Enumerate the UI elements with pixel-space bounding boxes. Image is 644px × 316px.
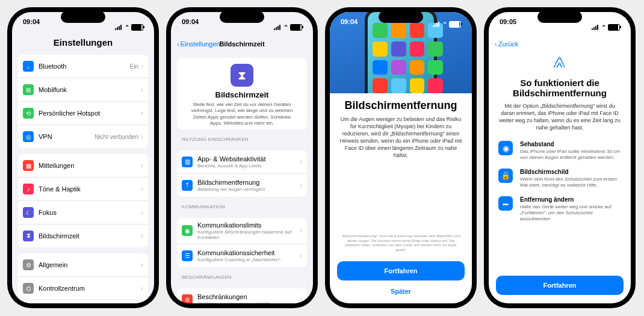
time: 09:04 [23,18,40,36]
continue-button[interactable]: Fortfahren [337,261,465,280]
settings-row[interactable]: AAnzeige & Helligkeit› [18,300,148,303]
fine-print: „Bildschirmentfernung" misst die Entfern… [330,229,472,258]
row-app-activity[interactable]: ▥App- & WebsiteaktivitätBerichte, Auszei… [177,150,307,174]
row-icon: ⟲ [23,108,34,119]
chevron-right-icon: › [141,284,143,293]
row-icon: ☾ [23,207,34,218]
notch [537,11,582,23]
eye-icon: ◉ [498,141,513,155]
body: Um die Augen weniger zu belasten und das… [330,116,472,160]
hero-card: ⧗ Bildschirmzeit Stelle fest, wie viel Z… [177,58,307,129]
section-header: KOMMUNIKATION [177,197,307,212]
chevron-right-icon: › [141,85,143,94]
phone-1-settings: 09:04 ⌃ Einstellungen ⌵BluetoothEin›⊞Mob… [7,7,159,308]
row-label: VPN [39,133,94,140]
row-label: Bluetooth [39,63,130,70]
row-label: Allgemein [39,261,141,268]
row-label: Kontrollzentrum [39,285,141,292]
bubble-icon: ☰ [182,250,193,261]
hero-desc: Stelle fest, wie viel Zeit du vor deinen… [187,102,297,127]
row-screen-distance[interactable]: ⇡BildschirmentfernungBelastung der Augen… [177,174,307,197]
row-value: Nicht verbunden [94,134,138,140]
chevron-right-icon: › [141,132,143,141]
settings-row[interactable]: ⊞Mobilfunk› [18,78,148,102]
settings-list[interactable]: ⌵BluetoothEin›⊞Mobilfunk›⟲Persönlicher H… [12,49,154,303]
nav-bar: ‹ Zurück [489,36,631,52]
chevron-right-icon: › [141,232,143,240]
chevron-right-icon: › [300,158,302,166]
phone-2-screentime: 09:04 ⌃ ‹ Einstellungen Bildschirmzeit ⧗… [166,7,318,308]
phone-3-distance-intro: 09:04 ⌃ Bildschirmentfernung Um die Auge… [325,7,477,308]
row-comm-safety[interactable]: ☰KommunikationssicherheitKonfiguriere Co… [177,244,307,267]
hero-title: Bildschirmzeit [187,90,297,99]
signal-icon [115,25,123,30]
row-icon: ⊞ [23,84,34,95]
time: 09:05 [500,18,516,36]
notch [379,11,423,23]
continue-button[interactable]: Fortfahren [496,276,624,295]
settings-row[interactable]: ▦Mitteilungen› [18,154,148,178]
feature-distance: ◉ SehabstandDas iPhone oder iPad sollte … [489,137,631,165]
settings-row[interactable]: ⌵BluetoothEin› [18,55,148,78]
row-label: Mobilfunk [39,86,141,93]
chevron-right-icon: › [141,62,143,70]
row-icon: ⌬ [23,283,34,294]
waves-icon: ⇡ [182,180,193,191]
row-label: Bildschirmzeit [39,232,141,240]
chevron-right-icon: › [141,185,143,193]
settings-row[interactable]: ♪Töne & Haptik› [18,178,148,201]
body: Mit der Option „Bildschirmentfernung" wi… [489,102,631,132]
chevron-right-icon: › [141,261,143,269]
section-header: BESCHRÄNKUNGEN [177,267,307,282]
settings-row[interactable]: ⌬Kontrollzentrum› [18,277,148,300]
settings-row[interactable]: ⟲Persönlicher Hotspot› [18,102,148,125]
notch [220,11,264,23]
back-button[interactable]: ‹ Zurück [495,40,518,48]
phone-4-distance-howto: 09:05 ⌃ ‹ Zurück ⩓ So funktioniert die B… [484,7,636,308]
feature-shield: 🔒 BildschirmschildWenn dein Kind den Sch… [489,165,631,193]
row-restrictions[interactable]: ⊘BeschränkungenBlockiere unangemessene I… [177,288,307,303]
row-icon: ▦ [23,160,34,171]
wifi-icon: ⌃ [125,24,129,31]
row-value: Ein [130,63,138,70]
row-icon: ⚙ [23,259,34,270]
section-header: NUTZUNG EINSCHRÄNKEN [177,129,307,144]
later-button[interactable]: Später [330,284,472,299]
row-label: Persönlicher Hotspot [39,110,141,117]
time: 09:04 [341,18,358,30]
waves-icon: ⩓ [489,52,631,72]
row-icon: ◎ [23,131,34,142]
settings-row[interactable]: ◎VPNNicht verbunden› [18,125,148,148]
chart-icon: ▥ [182,156,193,167]
settings-row[interactable]: ⧗Bildschirmzeit› [18,225,148,247]
title: Bildschirmentfernung [330,93,472,116]
settings-row[interactable]: ☾Fokus› [18,201,148,225]
feature-change: ▬ Entfernung ändernHalte das Gerät weite… [489,193,631,226]
row-icon: ⧗ [23,231,34,241]
button-icon: ▬ [498,196,513,211]
nosign-icon: ⊘ [182,294,193,303]
hourglass-icon: ⧗ [231,64,253,87]
nav-bar: ‹ Einstellungen Bildschirmzeit [171,36,313,52]
lock-icon: 🔒 [498,169,513,183]
title: So funktioniert die Bildschirmentfernung [489,72,631,102]
row-comm-limits[interactable]: ◉KommunikationslimitsKonfiguriere Beschr… [177,218,307,244]
page-title: Einstellungen [12,36,154,49]
people-icon: ◉ [182,225,193,236]
settings-row[interactable]: ⚙Allgemein› [18,253,148,277]
row-label: Fokus [39,209,141,216]
chevron-right-icon: › [141,161,143,170]
battery-icon [131,24,143,31]
notch [61,11,105,23]
back-button[interactable]: ‹ Einstellungen [177,40,220,48]
row-label: Töne & Haptik [39,185,141,193]
nav-title: Bildschirmzeit [219,40,264,48]
row-icon: ⌵ [23,61,34,72]
row-label: Mitteilungen [39,162,141,169]
time: 09:04 [182,18,199,36]
row-icon: ♪ [23,184,34,194]
chevron-right-icon: › [141,109,143,117]
chevron-right-icon: › [141,208,143,217]
